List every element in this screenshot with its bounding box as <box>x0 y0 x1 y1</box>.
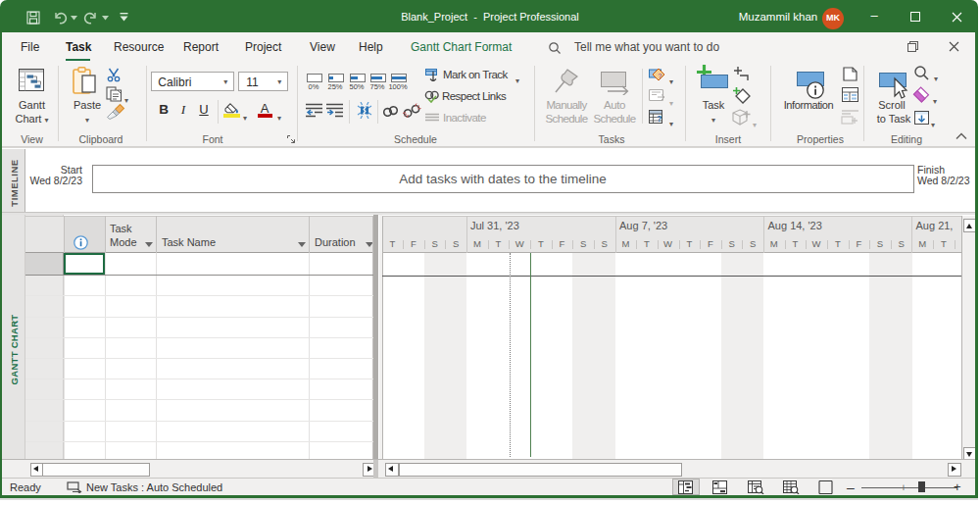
svg-text:?: ? <box>657 114 662 124</box>
svg-text:?: ? <box>659 73 662 79</box>
